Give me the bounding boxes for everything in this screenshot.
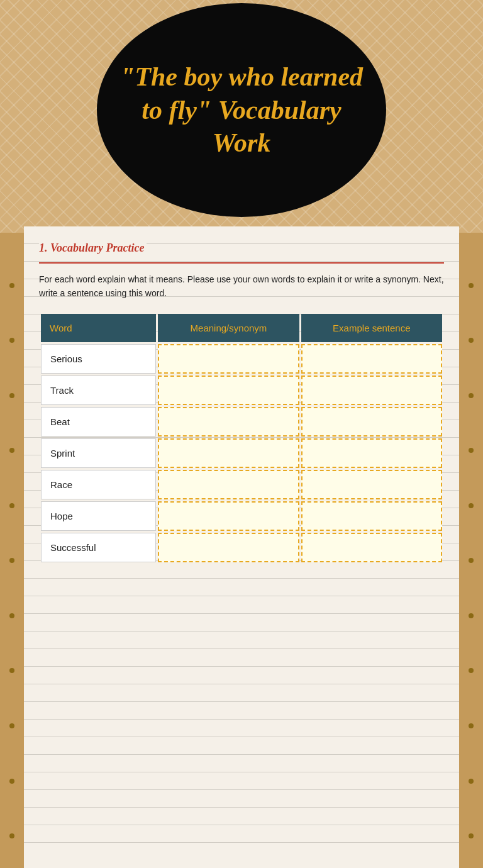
meaning-input-serious[interactable] — [158, 344, 299, 374]
dot — [469, 668, 474, 673]
meaning-input-beat[interactable] — [158, 407, 299, 437]
dot — [9, 448, 14, 453]
word-cell-track: Track — [41, 376, 156, 405]
example-input-serious[interactable] — [301, 344, 442, 374]
word-cell-successful: Successful — [41, 533, 156, 562]
dot — [9, 668, 14, 673]
dot — [469, 448, 474, 453]
example-input-successful[interactable] — [301, 533, 442, 562]
word-cell-beat: Beat — [41, 407, 156, 437]
word-cell-race: Race — [41, 470, 156, 499]
table-row: Hope — [41, 501, 442, 531]
dot — [469, 393, 474, 398]
section1-title: 1. Vocabulary Practice — [39, 242, 147, 255]
meaning-input-hope[interactable] — [158, 501, 299, 531]
bottom-section: 2. Complete the sentences below with the… — [24, 855, 459, 868]
table-row: Sprint — [41, 438, 442, 468]
side-dots-left — [0, 233, 24, 868]
side-dots-right — [459, 233, 483, 868]
table-row: Successful — [41, 533, 442, 562]
dot — [9, 338, 14, 343]
example-input-beat[interactable] — [301, 407, 442, 437]
section1-divider — [39, 262, 444, 264]
example-input-hope[interactable] — [301, 501, 442, 531]
header-word: Word — [41, 314, 156, 342]
vocabulary-table: Word Meaning/synonym Example sentence Se… — [39, 312, 444, 564]
meaning-input-sprint[interactable] — [158, 438, 299, 468]
title-circle: "The boy who learned to fly" Vocabulary … — [97, 3, 386, 217]
word-cell-serious: Serious — [41, 344, 156, 374]
dot — [469, 833, 474, 838]
dot — [469, 283, 474, 288]
example-input-track[interactable] — [301, 376, 442, 405]
dot — [9, 283, 14, 288]
meaning-input-successful[interactable] — [158, 533, 299, 562]
dot — [469, 503, 474, 508]
page-title: "The boy who learned to fly" Vocabulary … — [116, 60, 367, 160]
header-section: "The boy who learned to fly" Vocabulary … — [0, 0, 483, 226]
dot — [9, 779, 14, 784]
header-example: Example sentence — [301, 314, 442, 342]
header-meaning: Meaning/synonym — [158, 314, 299, 342]
example-input-race[interactable] — [301, 470, 442, 499]
dot — [9, 833, 14, 838]
meaning-input-race[interactable] — [158, 470, 299, 499]
word-cell-hope: Hope — [41, 501, 156, 531]
dot — [469, 723, 474, 728]
dot — [9, 503, 14, 508]
dot — [9, 558, 14, 563]
dot — [9, 393, 14, 398]
dot — [9, 723, 14, 728]
table-row: Serious — [41, 344, 442, 374]
table-row: Track — [41, 376, 442, 405]
meaning-input-track[interactable] — [158, 376, 299, 405]
dot — [469, 558, 474, 563]
table-row: Beat — [41, 407, 442, 437]
main-content: 1. Vocabulary Practice For each word exp… — [24, 226, 459, 855]
example-input-sprint[interactable] — [301, 438, 442, 468]
dot — [469, 779, 474, 784]
table-row: Race — [41, 470, 442, 499]
dot — [469, 338, 474, 343]
word-cell-sprint: Sprint — [41, 438, 156, 468]
instructions-text: For each word explain what it means. Ple… — [39, 272, 444, 301]
dot — [9, 613, 14, 618]
dot — [469, 613, 474, 618]
